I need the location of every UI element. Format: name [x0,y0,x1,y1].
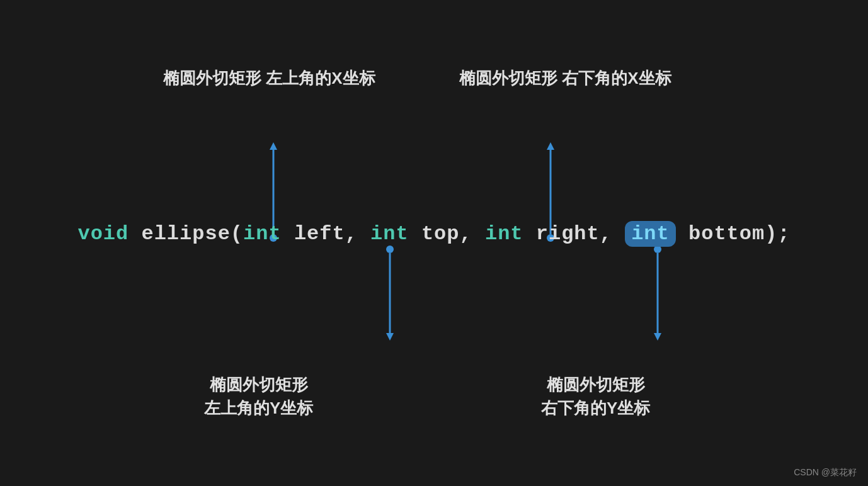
arrowhead-right-up [547,142,554,150]
diagram-wrapper: 椭圆外切矩形 左上角的X坐标 椭圆外切矩形 右下角的X坐标 [88,54,780,432]
label-top-right: 椭圆外切矩形 右下角的X坐标 [459,67,671,89]
void-keyword: void [77,222,128,246]
main-container: 椭圆外切矩形 左上角的X坐标 椭圆外切矩形 右下角的X坐标 [0,0,868,486]
param-top: top, [409,222,485,246]
int-keyword-2: int [370,222,409,246]
label-bottom-right: 椭圆外切矩形右下角的Y坐标 [541,373,650,419]
arrowhead-top-down [386,333,394,341]
watermark: CSDN @菜花籽 [794,467,857,478]
code-line: void ellipse( int left, int top, int rig… [88,221,780,247]
closing-paren: ); [765,222,790,246]
param-right: right, [523,222,625,246]
label-bottom-left: 椭圆外切矩形左上角的Y坐标 [204,373,313,419]
int-keyword-1: int [243,222,282,246]
arrowhead-left-up [270,142,277,150]
param-bottom: bottom [676,222,765,246]
label-top-left: 椭圆外切矩形 左上角的X坐标 [163,67,375,89]
int-keyword-4-highlighted: int [625,221,676,247]
function-name: ellipse( [128,222,243,246]
int-keyword-3: int [485,222,523,246]
arrowhead-bottom-down [654,333,661,341]
param-left: left, [282,222,370,246]
